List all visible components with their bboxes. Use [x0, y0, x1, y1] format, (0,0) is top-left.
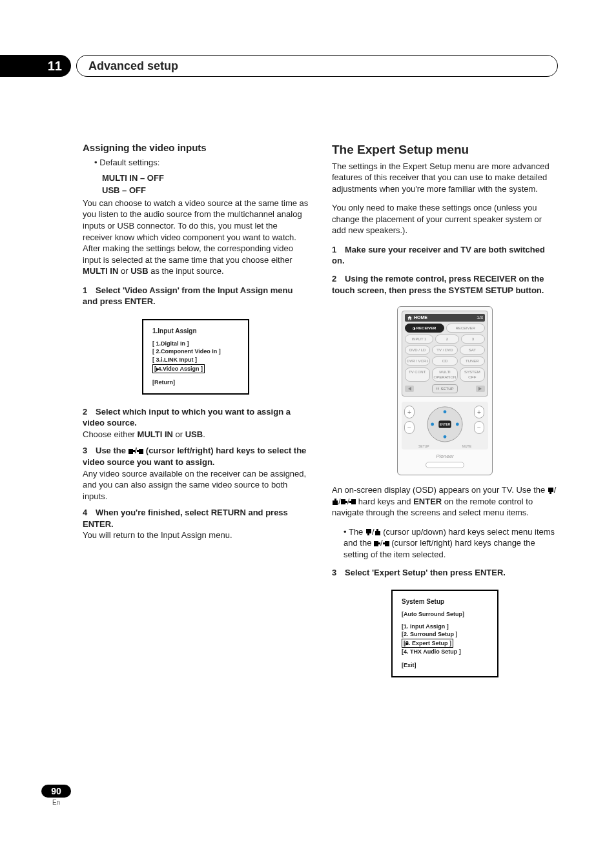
arrow-right-icon	[383, 541, 389, 547]
vol-down-button[interactable]: −	[404, 421, 415, 434]
arrow-left-icon	[341, 499, 347, 505]
input-2-button[interactable]: 2	[435, 335, 459, 344]
page-number: 90	[41, 785, 71, 798]
arrow-right-icon	[349, 499, 356, 505]
step-3: 3Use the / (cursor left/right) hard keys…	[83, 445, 309, 468]
dpad[interactable]: ENTER	[426, 406, 464, 443]
expert-para-2: You only need to make these settings onc…	[332, 202, 558, 236]
ch-up-button[interactable]: +	[474, 406, 484, 418]
default-settings-label: Default settings:	[94, 157, 309, 169]
cd-button[interactable]: CD	[432, 356, 457, 366]
cursor-keys-bullet: The / (cursor up/down) hard keys select …	[344, 526, 558, 561]
tv-cont-button[interactable]: TV CONT.	[405, 367, 430, 382]
expert-para-1: The settings in the Expert Setup menu ar…	[332, 161, 558, 195]
expert-step-3: 3Select 'Expert Setup' then press ENTER.	[332, 567, 558, 579]
system-setup-button[interactable]: ☷SETUP	[432, 384, 457, 393]
page-left-button[interactable]	[405, 386, 414, 392]
osd-item: [1. Input Assign ]	[402, 623, 491, 631]
osd-title: 1.Input Assign	[152, 327, 241, 336]
input-3-button[interactable]: 3	[461, 335, 485, 344]
svg-point-5	[456, 423, 459, 426]
arrow-left-icon	[374, 541, 380, 547]
step-3-detail: Any video source available on the receiv…	[83, 468, 309, 502]
dvr-vcr1-button[interactable]: DVR / VCR1	[405, 356, 430, 366]
osd-return: [Return]	[152, 378, 241, 387]
receiver-hard-button[interactable]	[426, 462, 464, 468]
page-footer: 90 En	[41, 785, 71, 806]
multi-operation-button[interactable]: MULTI OPERATION	[432, 367, 457, 382]
osd-exit: [Exit]	[402, 661, 491, 670]
svg-point-2	[444, 411, 447, 414]
tv-dvd-button[interactable]: TV / DVD	[432, 346, 457, 355]
tuner-button[interactable]: TUNER	[460, 356, 485, 366]
step-2: 2Select which input to which you want to…	[83, 406, 309, 429]
dvd-ld-button[interactable]: DVD / LD	[405, 346, 430, 355]
page-indicator: 1/3	[477, 315, 483, 320]
setup-hardkey-label: SETUP	[418, 444, 429, 449]
cursor-icon	[156, 366, 159, 374]
mute-label: MUTE	[462, 444, 471, 449]
osd-item: [Auto Surround Setup]	[402, 610, 491, 619]
remote-touchscreen: HOME 1/3 ◑ RECEIVER RECEIVER INPUT 1	[402, 311, 488, 397]
remote-control-illustration: HOME 1/3 ◑ RECEIVER RECEIVER INPUT 1	[397, 306, 493, 475]
step-4: 4When you're finished, select RETURN and…	[83, 507, 309, 530]
arrow-left-icon	[128, 448, 135, 455]
system-off-button[interactable]: SYSTEM OFF	[460, 367, 485, 382]
section-heading-expert-setup: The Expert Setup menu	[332, 141, 558, 158]
ch-down-button[interactable]: −	[474, 421, 484, 434]
osd-item: [ 3.i.LINK Input ]	[152, 356, 241, 364]
home-icon	[407, 315, 413, 321]
arrow-down-icon	[332, 499, 338, 505]
step-2-detail: Choose either MULTI IN or USB.	[83, 429, 309, 440]
svg-point-3	[444, 435, 447, 438]
expert-step-2: 2Using the remote control, press RECEIVE…	[332, 273, 558, 296]
expert-step-1: 1Make sure your receiver and TV are both…	[332, 244, 558, 267]
osd-item: [ 1.Digital In ]	[152, 340, 241, 348]
chapter-number-pill: 11	[0, 55, 71, 77]
arrow-down-icon	[375, 529, 381, 535]
section-heading-assign-video: Assigning the video inputs	[83, 141, 309, 154]
right-column: The Expert Setup menu The settings in th…	[332, 141, 558, 689]
arrow-up-icon	[548, 488, 554, 494]
chapter-header: 11 Advanced setup	[0, 55, 616, 77]
osd-item-selected: [ 4.Video Assign ]	[152, 364, 205, 374]
osd-description: An on-screen display (OSD) appears on yo…	[332, 484, 558, 519]
osd-item: [ 2.Component Video In ]	[152, 347, 241, 356]
page-right-button[interactable]	[476, 386, 485, 392]
cursor-icon	[406, 640, 408, 648]
intro-paragraph: You can choose to watch a video source a…	[83, 198, 309, 277]
osd-title: System Setup	[402, 597, 491, 606]
step-4-detail: You will return to the Input Assign menu…	[83, 530, 309, 541]
chapter-title: Advanced setup	[76, 55, 558, 77]
input-1-button[interactable]: INPUT 1	[405, 335, 433, 344]
home-button[interactable]: HOME	[407, 315, 427, 321]
osd-item: [4. THX Audio Setup ]	[402, 648, 491, 656]
arrow-up-icon	[365, 529, 372, 535]
left-column: Assigning the video inputs Default setti…	[83, 141, 309, 689]
osd-item: [2. Surround Setup ]	[402, 630, 491, 639]
svg-point-4	[431, 423, 434, 426]
remote-hardkeys: + − + − ENTER	[402, 402, 488, 449]
default-multi-in: MULTI IN – OFF	[83, 172, 309, 184]
osd-item-selected: [3. Expert Setup ]	[402, 639, 453, 648]
step-1: 1Select 'Video Assign' from the Input As…	[83, 285, 309, 307]
brand-label: Pioneer	[402, 453, 488, 460]
receiver-tab-active[interactable]: ◑ RECEIVER	[405, 324, 444, 333]
page-language: En	[41, 799, 71, 806]
enter-label: ENTER	[440, 423, 451, 426]
sat-button[interactable]: SAT	[460, 346, 485, 355]
receiver-tab-inactive[interactable]: RECEIVER	[446, 324, 486, 333]
arrow-right-icon	[137, 448, 143, 455]
default-usb: USB – OFF	[83, 185, 309, 196]
osd-system-setup: System Setup [Auto Surround Setup] [1. I…	[391, 590, 498, 677]
setup-icon: ☷	[436, 386, 439, 391]
vol-up-button[interactable]: +	[404, 406, 415, 418]
osd-input-assign: 1.Input Assign [ 1.Digital In ] [ 2.Comp…	[142, 319, 249, 395]
